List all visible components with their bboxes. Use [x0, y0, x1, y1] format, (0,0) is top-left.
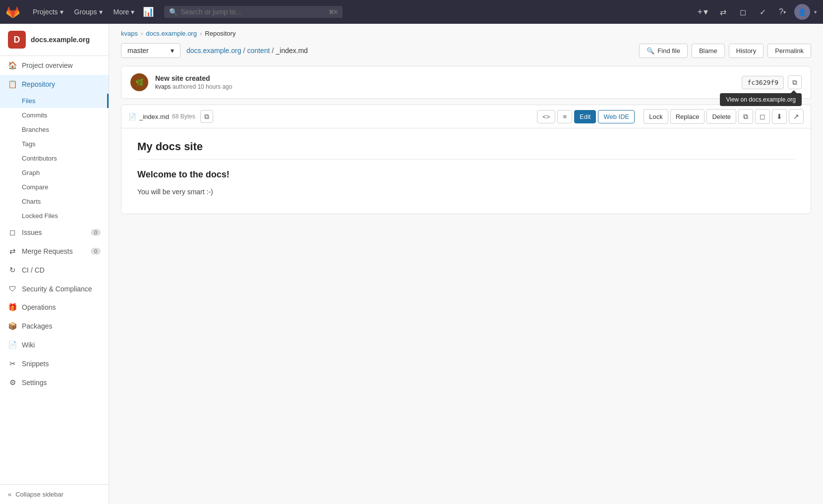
- edit-button[interactable]: Edit: [574, 110, 596, 123]
- top-navigation: Projects ▾ Groups ▾ More ▾ 📊 🔍 ⌘K + ▾ ⇄ …: [0, 0, 823, 24]
- content-heading-2: Welcome to the docs!: [137, 169, 795, 180]
- sidebar-item-merge-requests[interactable]: ⇄ Merge Requests 0: [0, 242, 109, 261]
- rendered-view-button[interactable]: ≡: [557, 110, 572, 123]
- collapse-sidebar-button[interactable]: « Collapse sidebar: [0, 484, 109, 504]
- web-ide-button[interactable]: Web IDE: [598, 110, 635, 123]
- avatar-initials: 👤: [798, 8, 806, 16]
- sidebar-subitem-charts[interactable]: Charts: [0, 194, 109, 209]
- sidebar-subitem-branches[interactable]: Branches: [0, 122, 109, 137]
- path-filename: _index.md: [276, 47, 308, 55]
- cicd-label: CI / CD: [22, 266, 45, 274]
- path-sep-1: /: [243, 47, 245, 55]
- external-link-button[interactable]: ↗: [789, 109, 804, 124]
- sidebar-subitem-tags[interactable]: Tags: [0, 137, 109, 151]
- issues-sidebar-icon: ◻: [8, 228, 17, 237]
- wiki-icon: 📄: [8, 340, 17, 349]
- blame-button[interactable]: Blame: [692, 44, 725, 58]
- sidebar-item-operations[interactable]: 🎁 Operations: [0, 298, 109, 317]
- commit-details: New site created kvaps authored 10 hours…: [155, 74, 735, 90]
- blame-view-button[interactable]: ◻: [755, 109, 770, 124]
- raw-view-button[interactable]: <>: [537, 110, 555, 123]
- find-file-button[interactable]: 🔍 Find file: [639, 44, 688, 58]
- lock-button[interactable]: Lock: [644, 109, 668, 124]
- path-sep-2: /: [272, 47, 274, 55]
- file-view-header: 📄 _index.md 68 Bytes ⧉ <> ≡ Edit: [121, 105, 811, 128]
- file-view: 📄 _index.md 68 Bytes ⧉ <> ≡ Edit: [121, 105, 811, 214]
- breadcrumb-sep-2: ›: [200, 30, 202, 37]
- breadcrumb-kvaps[interactable]: kvaps: [121, 30, 138, 37]
- commit-author-avatar: 🌿: [130, 73, 148, 91]
- sidebar-subitem-locked-files[interactable]: Locked Files: [0, 209, 109, 223]
- permalink-button[interactable]: Permalink: [767, 44, 811, 58]
- operations-label: Operations: [22, 303, 56, 311]
- replace-button[interactable]: Replace: [670, 109, 705, 124]
- commit-message[interactable]: New site created: [155, 74, 735, 82]
- search-icon: 🔍: [169, 8, 177, 16]
- path-docs[interactable]: docs.example.org: [186, 47, 241, 55]
- copy-file-path-button[interactable]: ⧉: [200, 110, 213, 123]
- search-bar[interactable]: 🔍 ⌘K: [164, 6, 343, 18]
- copy-hash-button[interactable]: ⧉: [788, 75, 802, 89]
- projects-menu[interactable]: Projects ▾: [28, 4, 68, 20]
- sidebar-item-snippets[interactable]: ✂ Snippets: [0, 354, 109, 373]
- find-file-label: Find file: [657, 47, 680, 55]
- sidebar-item-security[interactable]: 🛡 Security & Compliance: [0, 280, 109, 298]
- security-label: Security & Compliance: [22, 285, 92, 293]
- topnav-right-section: + ▾ ⇄ ◻ ✓ ?▾ 👤 ▾: [694, 4, 817, 20]
- breadcrumb-docs[interactable]: docs.example.org: [146, 30, 197, 37]
- new-item-button[interactable]: + ▾: [694, 4, 711, 20]
- web-ide-label: Web IDE: [603, 113, 629, 120]
- content-heading-1: My docs site: [137, 140, 795, 160]
- gitlab-logo[interactable]: [6, 5, 20, 19]
- help-icon[interactable]: ?▾: [774, 4, 790, 20]
- project-header: D docs.example.org: [0, 24, 109, 56]
- replace-label: Replace: [676, 113, 700, 120]
- projects-chevron: ▾: [60, 8, 63, 16]
- view-tooltip: View on docs.example.org: [720, 93, 802, 106]
- plus-icon: +: [697, 7, 703, 17]
- sidebar-subitem-commits[interactable]: Commits: [0, 108, 109, 122]
- sidebar-item-settings[interactable]: ⚙ Settings: [0, 373, 109, 392]
- delete-button[interactable]: Delete: [706, 109, 736, 124]
- sidebar-subitem-contributors[interactable]: Contributors: [0, 151, 109, 166]
- wiki-label: Wiki: [22, 341, 35, 349]
- view-mode-buttons: <> ≡ Edit Web IDE: [537, 110, 635, 123]
- user-avatar[interactable]: 👤: [794, 4, 810, 20]
- book-icon: 📋: [8, 80, 17, 89]
- cicd-icon: ↻: [8, 266, 17, 275]
- operations-icon: 🎁: [8, 303, 17, 312]
- branch-selector[interactable]: master ▾: [121, 43, 180, 58]
- path-content[interactable]: content: [247, 47, 270, 55]
- sidebar-item-repository[interactable]: 📋 Repository: [0, 75, 109, 94]
- groups-menu[interactable]: Groups ▾: [69, 4, 108, 20]
- sidebar-item-wiki[interactable]: 📄 Wiki: [0, 336, 109, 354]
- file-path: docs.example.org / content / _index.md: [186, 47, 308, 55]
- merge-requests-label: Merge Requests: [22, 247, 73, 255]
- sidebar: D docs.example.org 🏠 Project overview 📋 …: [0, 24, 109, 504]
- download-button[interactable]: ⬇: [772, 109, 787, 124]
- mr-sidebar-icon: ⇄: [8, 247, 17, 256]
- snippets-label: Snippets: [22, 360, 49, 368]
- copy-content-button[interactable]: ⧉: [738, 109, 753, 124]
- sidebar-subitem-graph[interactable]: Graph: [0, 166, 109, 180]
- collapse-label: Collapse sidebar: [15, 491, 63, 498]
- sidebar-subitem-files[interactable]: Files: [0, 94, 109, 108]
- issues-badge: 0: [91, 229, 101, 236]
- mr-badge: 0: [91, 248, 101, 255]
- sidebar-item-packages[interactable]: 📦 Packages: [0, 317, 109, 336]
- sidebar-item-issues[interactable]: ◻ Issues 0: [0, 223, 109, 242]
- search-input[interactable]: [180, 8, 326, 16]
- stats-icon[interactable]: 📊: [140, 4, 156, 20]
- todo-icon[interactable]: ✓: [755, 4, 770, 20]
- history-button[interactable]: History: [729, 44, 764, 58]
- issues-icon[interactable]: ◻: [735, 4, 751, 20]
- issues-label: Issues: [22, 228, 42, 236]
- file-name-area: 📄 _index.md 68 Bytes: [128, 113, 195, 120]
- merge-requests-icon[interactable]: ⇄: [715, 4, 731, 20]
- sidebar-item-project-overview[interactable]: 🏠 Project overview: [0, 56, 109, 75]
- sidebar-item-cicd[interactable]: ↻ CI / CD: [0, 261, 109, 280]
- main-content: kvaps › docs.example.org › Repository ma…: [109, 24, 823, 504]
- file-size: 68 Bytes: [172, 113, 195, 120]
- more-menu[interactable]: More ▾: [109, 4, 140, 20]
- sidebar-subitem-compare[interactable]: Compare: [0, 180, 109, 194]
